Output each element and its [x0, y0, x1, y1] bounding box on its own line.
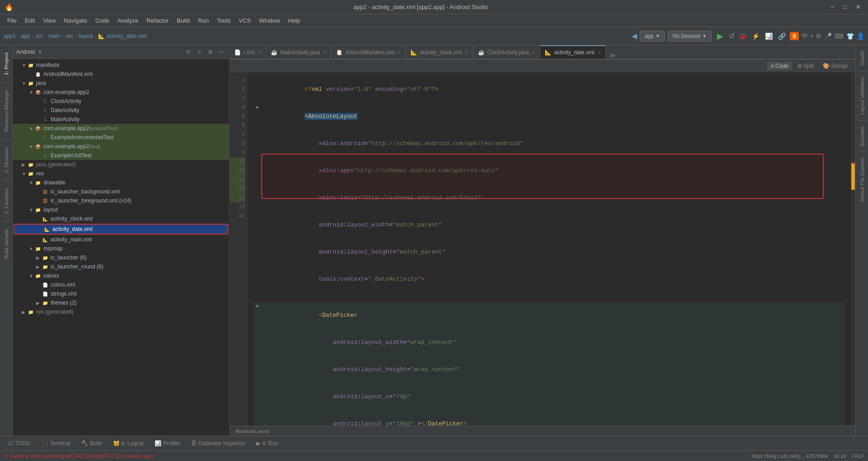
bottom-tab-database-inspector[interactable]: 🗄 Database Inspector: [187, 438, 250, 448]
emulator-label[interactable]: Emulator: [858, 122, 867, 150]
maximize-button[interactable]: □: [840, 4, 849, 10]
run-button[interactable]: ▶: [714, 30, 726, 42]
bottom-tab-todo[interactable]: ☑ TODO: [4, 438, 35, 448]
app-config-button[interactable]: app ▼: [640, 31, 665, 42]
breadcrumb-app2[interactable]: app2: [4, 33, 16, 39]
bottom-tab-terminal[interactable]: ⬛ Terminal: [37, 438, 75, 448]
tab-androidmanifest[interactable]: 📋 AndroidManifest.xml ✕: [331, 45, 406, 59]
tab-mainactivity-close[interactable]: ✕: [323, 50, 326, 55]
view-split-button[interactable]: ⊞ Split: [794, 62, 818, 70]
tab-activity-clock-close[interactable]: ✕: [465, 50, 468, 55]
tab-androidmanifest-close[interactable]: ✕: [397, 50, 401, 55]
breadcrumb-app[interactable]: app: [21, 33, 30, 39]
breadcrumb-file[interactable]: 📐 activity_date.xml: [98, 33, 146, 39]
tree-item-test[interactable]: ▼ 📦 com.example.app2 (test): [13, 142, 229, 151]
minimize-button[interactable]: −: [828, 4, 837, 10]
menu-analyze[interactable]: Analyze: [114, 16, 142, 25]
bottom-tab-logcat[interactable]: 🐱 6: Logcat: [108, 438, 148, 448]
tree-item-com-example[interactable]: ▼ 📦 com.example.app2: [13, 88, 229, 97]
search-everywhere-button[interactable]: 中: [802, 32, 808, 40]
tree-item-drawable[interactable]: ▼ 📁 drawable: [13, 178, 229, 187]
menu-window[interactable]: Window: [255, 16, 283, 25]
menu-help[interactable]: Help: [284, 16, 304, 25]
tree-item-colors[interactable]: 📄 colors.xml: [13, 280, 229, 289]
hide-button[interactable]: —: [217, 47, 226, 56]
tree-item-res[interactable]: ▼ 📁 res: [13, 169, 229, 178]
tree-item-exampleunittest[interactable]: C ExampleUnitTest: [13, 151, 229, 160]
gear-icon[interactable]: ⚙: [206, 47, 215, 56]
menu-refactor[interactable]: Refactor: [143, 16, 172, 25]
collapse-button[interactable]: ≡: [195, 47, 204, 56]
tab-clockactivity-close[interactable]: ✕: [532, 50, 535, 55]
status-encoding[interactable]: CRLF: [851, 453, 864, 459]
tree-item-mipmap[interactable]: ▼ 📁 mipmap: [13, 244, 229, 253]
bottom-tab-build[interactable]: 🔨 Build: [77, 438, 107, 448]
tree-item-ic-launcher-fg[interactable]: 🖼 ic_launcher_foreground.xml (v24): [13, 196, 229, 205]
scroll-indicator[interactable]: [851, 72, 855, 426]
sync-button[interactable]: ⟳: [184, 47, 193, 56]
tree-item-androidmanifest[interactable]: 📋 AndroidManifest.xml: [13, 70, 229, 79]
tree-item-strings[interactable]: 📄 strings.xml: [13, 289, 229, 298]
tab-activity-date-close[interactable]: ✕: [597, 50, 601, 55]
status-position[interactable]: 16:18: [834, 453, 846, 459]
breadcrumb-main[interactable]: main: [48, 33, 60, 39]
device-file-explorer-label[interactable]: Device File Explorer: [858, 154, 867, 205]
tab-ixml-close[interactable]: ✕: [258, 50, 261, 55]
tree-item-layout[interactable]: ▼ 📁 layout: [13, 205, 229, 214]
menu-view[interactable]: View: [39, 16, 59, 25]
tree-item-java-gen[interactable]: ▶ 📁 java (generated): [13, 160, 229, 169]
sonar-button[interactable]: S: [790, 32, 799, 40]
tree-item-clockactivity[interactable]: C ClockActivity: [13, 97, 229, 106]
tree-item-manifests[interactable]: ▼ 📁 manifests: [13, 61, 229, 70]
project-panel-label[interactable]: 1: Project: [2, 49, 11, 79]
layout-validation-label[interactable]: Layout Validation: [858, 73, 867, 118]
tree-item-dateactivity[interactable]: C DateActivity: [13, 106, 229, 115]
tree-item-mainactivity[interactable]: C MainActivity: [13, 115, 229, 124]
menu-build[interactable]: Build: [173, 16, 193, 25]
no-devices-button[interactable]: No Devices ▼: [668, 31, 712, 42]
fold-icon-2[interactable]: ▶: [256, 103, 259, 112]
tree-item-themes[interactable]: ▶ 📁 themes (2): [13, 298, 229, 307]
panel-dropdown-icon[interactable]: ▼: [38, 49, 42, 54]
menu-vcs[interactable]: VCS: [235, 16, 255, 25]
tree-item-java[interactable]: ▼ 📁 java: [13, 79, 229, 88]
settings-icon[interactable]: ⚙: [816, 33, 821, 40]
tree-item-androidtest[interactable]: ▼ 📦 com.example.app2 (androidTest): [13, 124, 229, 133]
menu-edit[interactable]: Edit: [21, 16, 38, 25]
tab-ixml[interactable]: 📄 i.xml ✕: [230, 45, 266, 59]
tree-item-activity-clock[interactable]: 📐 activity_clock.xml: [13, 214, 229, 223]
tab-more-button[interactable]: ≫: [606, 52, 619, 59]
code-content[interactable]: <?xml version="1.0" encoding="utf-8"?> ▶…: [248, 72, 851, 426]
tree-item-ic-launcher-round[interactable]: ▶ 📁 ic_launcher_round (6): [13, 262, 229, 271]
tree-item-activity-main[interactable]: 📐 activity_main.xml: [13, 235, 229, 244]
menu-run[interactable]: Run: [194, 16, 212, 25]
build-variants-label[interactable]: Build Variants: [2, 225, 11, 263]
profile-button[interactable]: 📊: [764, 33, 774, 40]
tab-activity-clock[interactable]: 📐 activity_clock.xml ✕: [406, 45, 473, 59]
menu-code[interactable]: Code: [92, 16, 113, 25]
tab-clockactivity[interactable]: ☕ ClockActivity.java ✕: [473, 45, 540, 59]
microphone-icon[interactable]: 🎤: [824, 33, 832, 40]
breadcrumb-layout[interactable]: layout: [78, 33, 93, 39]
back-button[interactable]: ◀: [632, 32, 637, 40]
tree-item-res-gen[interactable]: ▶ 📁 res (generated): [13, 307, 229, 316]
tree-item-values[interactable]: ▼ 📁 values: [13, 271, 229, 280]
attach-button[interactable]: 🔗: [777, 33, 787, 40]
menu-tools[interactable]: Tools: [213, 16, 234, 25]
shirt-icon[interactable]: 👕: [846, 33, 854, 40]
fold-icon-10[interactable]: ▶: [256, 302, 259, 311]
tree-item-ic-launcher-bg[interactable]: 🖼 ic_launcher_background.xml: [13, 187, 229, 196]
coverage-button[interactable]: ⚡: [750, 33, 761, 40]
view-design-button[interactable]: 🎨 Design: [819, 62, 852, 70]
tree-item-ic-launcher[interactable]: ▶ 📁 ic_launcher (6): [13, 253, 229, 262]
menu-file[interactable]: File: [4, 16, 20, 25]
gradle-label[interactable]: Gradle: [858, 47, 867, 69]
tab-activity-date[interactable]: 📐 activity_date.xml ✕: [540, 45, 606, 59]
tab-mainactivity[interactable]: ☕ MainActivity.java ✕: [266, 45, 331, 59]
close-button[interactable]: ✕: [853, 4, 863, 10]
status-url[interactable]: https://blog.csdn.net/p... 42678984: [752, 453, 828, 459]
tree-item-exampleinstrumentedtest[interactable]: C ExampleInstrumentedTest: [13, 133, 229, 142]
view-code-button[interactable]: ≡ Code: [767, 62, 792, 70]
refresh-button[interactable]: ↺: [729, 32, 735, 40]
debug-button[interactable]: 🐞: [737, 33, 748, 40]
